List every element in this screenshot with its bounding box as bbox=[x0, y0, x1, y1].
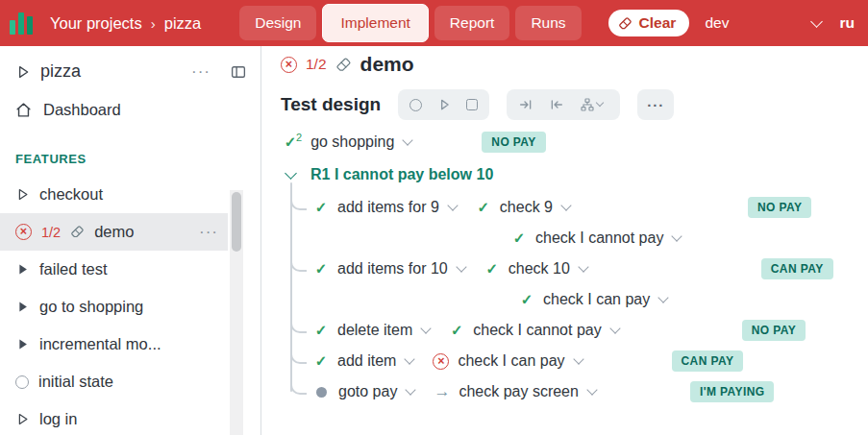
test-node-row[interactable]: check I can pay bbox=[519, 284, 851, 315]
test-node-row[interactable]: add item check I can pay CAN PAY bbox=[313, 346, 851, 376]
test-design-toolbar: Test design ··· bbox=[281, 88, 851, 121]
tab-runs[interactable]: Runs bbox=[515, 6, 581, 40]
chevron-down-icon[interactable] bbox=[658, 292, 669, 302]
tag-badge[interactable]: CAN PAY bbox=[672, 350, 744, 372]
project-more-button[interactable]: ··· bbox=[191, 62, 211, 82]
check-icon bbox=[449, 322, 464, 339]
node-label[interactable]: check 10 bbox=[508, 260, 570, 278]
tab-report[interactable]: Report bbox=[434, 6, 510, 40]
tag-badge[interactable]: NO PAY bbox=[742, 320, 806, 341]
tab-implement[interactable]: Implement bbox=[322, 4, 428, 42]
sidebar-scrollbar-track[interactable] bbox=[230, 190, 243, 435]
requirement-label[interactable]: R1 I cannot pay below 10 bbox=[310, 166, 493, 183]
main-panel: 1/2 demo Test design bbox=[261, 46, 868, 435]
check-icon bbox=[313, 322, 329, 339]
check-count: 2 bbox=[296, 132, 302, 143]
chevron-down-icon[interactable] bbox=[447, 200, 458, 210]
topbar: Your projects › pizza Design Implement R… bbox=[0, 0, 868, 46]
chevron-down-icon[interactable] bbox=[406, 384, 416, 395]
fail-count: 1/2 bbox=[41, 225, 61, 240]
chevron-down-icon[interactable] bbox=[403, 134, 413, 145]
run-button[interactable]: ru bbox=[840, 14, 856, 32]
project-name[interactable]: pizza bbox=[40, 61, 81, 82]
test-node-row[interactable]: goto pay check pay screen I'M PAYING bbox=[313, 376, 851, 407]
play-filled-icon bbox=[15, 262, 30, 277]
chevron-down-icon[interactable] bbox=[285, 167, 297, 180]
sidebar-item-checkout[interactable]: checkout bbox=[0, 176, 228, 213]
collapse-sidebar-icon[interactable] bbox=[230, 63, 247, 81]
features-list: checkout 1/2 demo ··· failed test bbox=[0, 176, 260, 435]
error-circle-icon bbox=[433, 353, 449, 370]
node-label[interactable]: check I cannot pay bbox=[473, 322, 601, 339]
sidebar: pizza ··· Dashboard FEATURES checkout bbox=[0, 46, 261, 435]
tab-design[interactable]: Design bbox=[239, 6, 316, 40]
feature-label: incremental mo... bbox=[39, 335, 161, 353]
chevron-down-icon bbox=[596, 99, 604, 107]
node-label[interactable]: check I can pay bbox=[458, 352, 564, 370]
test-node-row[interactable]: add items for 9 check 9 NO PAY bbox=[313, 192, 851, 223]
section-title: Test design bbox=[281, 94, 381, 115]
feature-label: go to shopping bbox=[39, 298, 143, 316]
node-label[interactable]: check pay screen bbox=[459, 383, 579, 400]
chevron-down-icon bbox=[810, 15, 823, 28]
node-label[interactable]: go shopping bbox=[310, 133, 394, 151]
env-selector[interactable]: dev bbox=[706, 14, 827, 32]
play-icon[interactable] bbox=[437, 98, 451, 111]
chevron-down-icon[interactable] bbox=[672, 230, 682, 241]
chevron-down-icon[interactable] bbox=[421, 323, 432, 333]
sidebar-item-demo[interactable]: 1/2 demo ··· bbox=[0, 213, 228, 251]
node-label[interactable]: add items for 9 bbox=[337, 199, 439, 216]
chevron-down-icon[interactable] bbox=[609, 323, 620, 333]
chevron-down-icon[interactable] bbox=[586, 384, 597, 395]
breadcrumb-projects-link[interactable]: Your projects bbox=[50, 14, 142, 33]
node-label[interactable]: add item bbox=[337, 352, 396, 370]
sidebar-scrollbar-thumb[interactable] bbox=[232, 192, 241, 252]
test-node-row[interactable]: add items for 10 check 10 CAN PAY bbox=[313, 254, 851, 284]
sidebar-item-dashboard[interactable]: Dashboard bbox=[0, 91, 260, 129]
chevron-down-icon[interactable] bbox=[456, 261, 466, 272]
app-logo-icon[interactable] bbox=[8, 9, 37, 37]
sidebar-item-initial-state[interactable]: initial state bbox=[0, 363, 228, 400]
check-icon bbox=[313, 352, 329, 370]
requirement-group-row[interactable]: R1 I cannot pay below 10 bbox=[281, 157, 851, 192]
error-circle-icon bbox=[15, 224, 32, 240]
test-node-row[interactable]: 2 go shopping NO PAY bbox=[283, 127, 851, 157]
flow-icon[interactable] bbox=[580, 97, 608, 112]
tag-badge[interactable]: CAN PAY bbox=[761, 258, 833, 279]
feature-label: failed test bbox=[39, 260, 108, 278]
node-label[interactable]: check I can pay bbox=[543, 291, 650, 308]
tag-badge[interactable]: NO PAY bbox=[482, 132, 545, 153]
toolbar-more-button[interactable]: ··· bbox=[637, 89, 674, 120]
play-outline-icon bbox=[15, 412, 30, 426]
tag-badge[interactable]: NO PAY bbox=[748, 197, 811, 218]
test-node-row[interactable]: delete item check I cannot pay NO PAY bbox=[313, 315, 851, 346]
record-icon[interactable] bbox=[409, 99, 422, 111]
node-label[interactable]: check I cannot pay bbox=[535, 230, 663, 247]
breadcrumb-separator-icon: › bbox=[151, 15, 156, 32]
node-label[interactable]: delete item bbox=[337, 322, 412, 339]
env-selector-value: dev bbox=[706, 14, 730, 32]
tag-badge[interactable]: I'M PAYING bbox=[690, 381, 775, 402]
clear-button[interactable]: Clear bbox=[608, 10, 690, 36]
feature-header: 1/2 demo bbox=[281, 52, 851, 77]
sidebar-item-incremental[interactable]: incremental mo... bbox=[0, 326, 228, 363]
test-node-row[interactable]: check I cannot pay bbox=[511, 223, 851, 254]
check-icon bbox=[519, 291, 534, 308]
sidebar-project-row: pizza ··· bbox=[0, 46, 260, 91]
node-label[interactable]: check 9 bbox=[500, 199, 553, 216]
sidebar-item-failed-test[interactable]: failed test bbox=[0, 251, 228, 288]
node-label[interactable]: goto pay bbox=[338, 383, 397, 400]
chevron-down-icon[interactable] bbox=[578, 261, 588, 272]
check-icon bbox=[484, 260, 500, 278]
sidebar-item-log-in[interactable]: log in bbox=[0, 400, 228, 435]
stop-icon[interactable] bbox=[466, 99, 478, 110]
chevron-down-icon[interactable] bbox=[560, 200, 571, 210]
play-filled-icon bbox=[15, 300, 30, 314]
feature-more-button[interactable]: ··· bbox=[199, 223, 218, 242]
skip-forward-icon[interactable] bbox=[518, 97, 533, 112]
chevron-down-icon[interactable] bbox=[405, 353, 415, 364]
chevron-down-icon[interactable] bbox=[573, 353, 583, 364]
sidebar-item-go-to-shopping[interactable]: go to shopping bbox=[0, 288, 228, 326]
node-label[interactable]: add items for 10 bbox=[337, 260, 448, 278]
skip-back-icon[interactable] bbox=[549, 97, 564, 112]
